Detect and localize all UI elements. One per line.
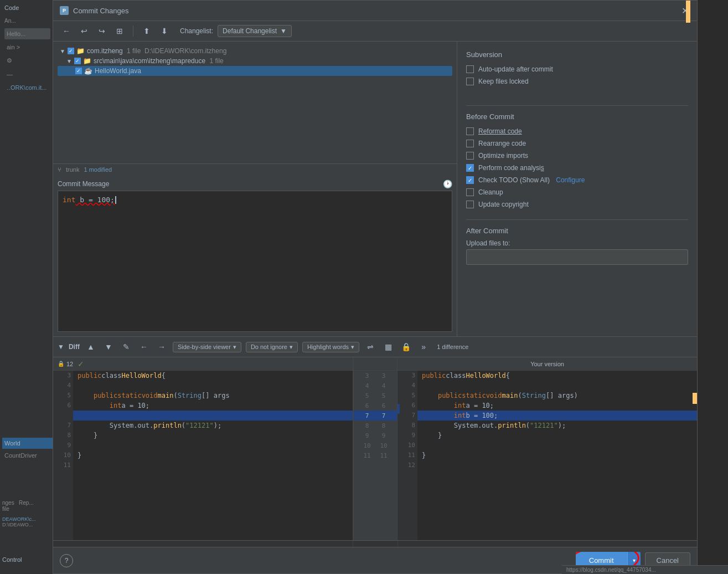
left-num-4: 4	[53, 381, 73, 391]
main-content: ▼ ✓ 📁 com.itzheng 1 file D:\IDEAWORK\com…	[53, 42, 697, 336]
check-todo-label: Check TODO (Show All)	[478, 176, 550, 184]
tree-checkbox-1[interactable]: ✓	[68, 48, 74, 54]
ignore-select[interactable]: Do not ignore ▾	[246, 342, 298, 352]
cleanup-checkbox[interactable]	[466, 188, 474, 196]
redo-button[interactable]: ↪	[95, 24, 109, 38]
right-code-lines: public class HelloWorld { public static …	[417, 371, 697, 540]
tree-checkbox-3[interactable]: ✓	[75, 68, 82, 74]
optimize-imports-label: Optimize imports	[478, 152, 528, 160]
left-panel: ▼ ✓ 📁 com.itzheng 1 file D:\IDEAWORK\com…	[53, 42, 457, 336]
changelist-select[interactable]: Default Changelist ▼	[218, 25, 292, 37]
url-bar: https://blog.csdn.net/qq_44757034...	[562, 565, 728, 574]
more-options-button[interactable]: »	[417, 340, 430, 353]
ignore-dropdown: ▾	[290, 344, 293, 351]
rearrange-code-checkbox[interactable]	[466, 140, 474, 147]
center-row-3: 33	[354, 371, 397, 381]
diff-collapse-icon[interactable]: ▼	[58, 343, 64, 351]
dialog-titlebar: P Commit Changes ✕	[53, 1, 697, 21]
separator-1	[466, 105, 688, 106]
left-line-10: }	[73, 450, 353, 460]
branch-icon: ⑂	[58, 166, 61, 173]
right-scrollbar[interactable]	[398, 541, 698, 547]
viewer-dropdown: ▾	[233, 344, 236, 351]
configure-link[interactable]: Configure	[554, 176, 585, 184]
highlight-dropdown: ▾	[351, 344, 354, 351]
highlight-select[interactable]: Highlight words ▾	[302, 342, 359, 352]
next-diff-button[interactable]: →	[155, 340, 168, 353]
left-line-count: 12	[66, 361, 73, 367]
subversion-title: Subversion	[466, 50, 688, 59]
right-num-6: 6	[397, 401, 417, 411]
center-row-9: 99	[354, 430, 397, 440]
left-scrollbar[interactable]	[53, 541, 353, 547]
viewer-select[interactable]: Side-by-side viewer ▾	[173, 342, 241, 352]
rearrange-code-row: Rearrange code	[466, 140, 688, 147]
tree-checkbox-2[interactable]: ✓	[74, 58, 81, 64]
left-num-11: 11	[53, 460, 73, 470]
branch-name: trunk	[66, 166, 79, 173]
undo-button[interactable]: ↩	[78, 24, 91, 38]
left-line-3: public class HelloWorld {	[73, 371, 353, 381]
auto-update-checkbox[interactable]	[466, 65, 474, 73]
filter-up-button[interactable]: ⬆	[140, 24, 153, 38]
right-line-8: System.out.println("12121");	[417, 421, 697, 430]
tree-item-mapreduce[interactable]: ▼ ✓ 📁 src\main\java\com\itzheng\mapreduc…	[58, 56, 452, 66]
diff-scrollbar[interactable]	[53, 540, 697, 547]
tree-item-com-itzheng[interactable]: ▼ ✓ 📁 com.itzheng 1 file D:\IDEAWORK\com…	[58, 46, 452, 56]
toolbar-separator-1	[133, 25, 133, 37]
tree-label-1: com.itzheng	[87, 47, 123, 55]
keep-locked-checkbox[interactable]	[466, 78, 474, 85]
left-num-empty	[53, 411, 73, 421]
update-copyright-checkbox[interactable]	[466, 201, 474, 208]
reformat-code-checkbox[interactable]	[466, 127, 474, 135]
commit-message-area[interactable]: int b = 100;	[58, 191, 452, 332]
prev-diff-button[interactable]: ←	[137, 340, 151, 353]
tree-item-helloworld[interactable]: ✓ ☕ HelloWorld.java	[58, 66, 452, 76]
filter-down-button[interactable]: ⬇	[158, 24, 171, 38]
check-todo-row: ✓ Check TODO (Show All) Configure	[466, 176, 688, 184]
optimize-imports-row: Optimize imports	[466, 152, 688, 160]
center-header-spacer	[354, 357, 397, 371]
left-num-8: 8	[53, 430, 73, 440]
int-keyword: int	[63, 196, 75, 204]
auto-update-row: Auto-update after commit	[466, 65, 688, 73]
diff-count: 1 difference	[437, 344, 468, 350]
left-line-5: public static void main(String[] args	[73, 391, 353, 401]
left-num-3: 3	[53, 371, 73, 381]
reformat-code-label: Reformat code	[478, 127, 522, 135]
cleanup-row: Cleanup	[466, 188, 688, 196]
before-commit-title: Before Commit	[466, 112, 688, 121]
nav-down-button[interactable]: ▼	[102, 340, 115, 353]
left-code-area[interactable]: 3 4 5 6 7 8 9 10 11 public class HelloWo…	[53, 371, 353, 540]
center-scrollbar	[353, 541, 397, 547]
history-icon[interactable]: 🕐	[443, 180, 452, 188]
help-button[interactable]: ?	[60, 554, 73, 567]
auto-update-label: Auto-update after commit	[478, 65, 553, 73]
sync-icon[interactable]: ⇌	[364, 340, 377, 353]
nav-up-button[interactable]: ▲	[84, 340, 97, 353]
cursor	[115, 196, 116, 204]
left-num-10: 10	[53, 450, 73, 460]
lock-icon-btn[interactable]: 🔒	[399, 340, 412, 353]
right-code-area[interactable]: 3 4 5 6 7 8 9 10 11 12 public class Hell…	[397, 371, 697, 540]
after-commit-section: After Commit Upload files to:	[466, 227, 688, 265]
perform-analysis-label: Perform code analysis	[478, 164, 544, 172]
right-line-4	[417, 381, 697, 391]
grid-button[interactable]: ⊞	[113, 24, 126, 38]
status-bar: ⑂ trunk 1 modified	[53, 163, 457, 175]
right-num-5: 5	[397, 391, 417, 401]
back-button[interactable]: ←	[60, 24, 73, 38]
edit-button[interactable]: ✎	[120, 340, 133, 353]
upload-field[interactable]	[466, 249, 688, 265]
diff-content-area: 🔒 12 ✓ 3 4 5 6 7 8 9	[53, 357, 697, 540]
check-todo-checkbox[interactable]: ✓	[466, 176, 474, 184]
columns-icon[interactable]: ▦	[381, 340, 395, 353]
right-num-3: 3	[397, 371, 417, 381]
left-line-7: System.out.println("12121");	[73, 421, 353, 430]
optimize-imports-checkbox[interactable]	[466, 152, 474, 160]
perform-analysis-checkbox[interactable]: ✓	[466, 164, 474, 172]
left-line-numbers: 3 4 5 6 7 8 9 10 11	[53, 371, 73, 540]
left-line-empty-changed	[73, 411, 353, 421]
center-row-7-7: 77	[354, 411, 397, 421]
green-check: ✓	[78, 360, 84, 368]
